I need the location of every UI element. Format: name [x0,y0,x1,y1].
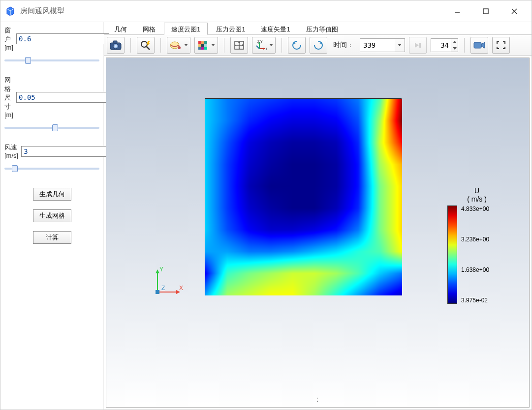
compute-button[interactable]: 计算 [33,231,71,244]
camera-icon [109,40,122,51]
legend-tick-2: 3.236e+00 [461,236,489,243]
generate-mesh-button[interactable]: 生成网格 [33,209,71,222]
color-legend: U ( m/s ) 4.833e+00 3.236e+00 1.638e+00 … [447,205,511,304]
svg-rect-9 [113,41,117,43]
svg-text:X: X [266,47,267,51]
tab-mesh[interactable]: 网格 [135,23,163,35]
app-icon [4,5,16,17]
time-label: 时间： [331,41,356,50]
play-last-icon [413,41,423,50]
param-wind-label: 风速[m/s] [4,143,18,159]
legend-ticks: 4.833e+00 3.236e+00 1.638e+00 3.975e-02 [461,205,489,304]
colormap-icon [197,40,209,51]
svg-point-11 [115,45,117,47]
tab-pressure-cloud[interactable]: 压力云图1 [209,23,252,35]
sidebar: 窗户[m] 网格尺寸[m] 风速[m/s] 生成几何 [0,22,104,410]
svg-rect-53 [156,290,159,294]
viewport-container: Y X Z U ( m/s ) [104,56,532,410]
maximize-button[interactable] [478,4,493,19]
svg-line-13 [147,47,150,50]
svg-text:Y: Y [260,40,263,43]
window-controls [450,4,528,19]
legend-colorbar [447,205,457,304]
param-window-input[interactable] [16,33,109,44]
tab-pressure-iso[interactable]: 压力等值图 [299,23,345,35]
tab-geometry[interactable]: 几何 [107,23,134,35]
frame-up-button[interactable] [451,39,458,45]
main-area: 几何 网格 速度云图1 压力云图1 速度矢量1 压力等值图 [104,22,532,410]
param-mesh-row: 网格尺寸[m] [4,76,99,118]
param-mesh-label: 网格尺寸[m] [4,76,13,118]
minimize-button[interactable] [450,4,465,19]
svg-rect-23 [198,47,201,50]
svg-marker-34 [263,48,265,50]
frame-spinbox[interactable] [431,38,458,52]
svg-marker-50 [156,269,159,273]
param-mesh-slider[interactable] [4,123,99,132]
param-wind-slider[interactable] [4,164,99,173]
axis-y-label: Y [159,266,163,273]
velocity-field-plot [205,98,402,295]
svg-rect-20 [198,44,201,47]
play-last-button[interactable] [409,37,427,54]
axis-z-label: Z [161,285,165,292]
svg-marker-14 [147,41,150,47]
frame-input[interactable] [431,39,451,52]
viewer-toolbar: X Z Y [104,35,532,56]
tab-velocity-cloud[interactable]: 速度云图1 [164,23,208,35]
legend-tick-3: 1.638e+00 [461,266,489,273]
time-input[interactable] [360,39,395,52]
clip-button[interactable] [167,37,190,54]
legend-tick-min: 3.975e-02 [461,297,489,304]
video-camera-button[interactable] [470,37,488,54]
svg-marker-45 [415,43,419,48]
axis-x-label: X [179,285,183,292]
axes-view-button[interactable]: X Z Y [252,37,276,54]
chevron-down-icon [184,44,188,46]
param-wind-input[interactable] [21,146,114,157]
fullscreen-button[interactable] [492,37,510,54]
svg-rect-17 [198,41,201,44]
fit-view-icon [233,40,245,51]
viewport-caption: : [317,395,319,403]
orientation-triad: Y X Z [151,264,185,299]
svg-rect-22 [204,44,207,47]
svg-text:Z: Z [257,40,260,43]
param-wind-row: 风速[m/s] [4,143,99,159]
generate-geometry-button[interactable]: 生成几何 [33,188,71,201]
legend-title: U ( m/s ) [442,187,511,204]
legend-tick-max: 4.833e+00 [461,205,489,212]
frame-down-button[interactable] [451,45,458,52]
axes-xyz-icon: X Z Y [254,40,267,51]
svg-rect-47 [474,42,481,48]
chevron-down-icon [269,44,273,46]
chevron-down-icon[interactable] [398,44,402,46]
svg-rect-24 [201,47,204,50]
svg-rect-25 [204,47,207,50]
rotate-ccw-button[interactable] [288,37,306,54]
fullscreen-icon [496,40,506,50]
close-button[interactable] [507,4,522,19]
svg-rect-46 [419,43,421,48]
param-window-row: 窗户[m] [4,26,99,51]
app-window: 房间通风模型 窗户[m] 网格尺寸[m] [0,0,532,410]
colormap-button[interactable] [194,37,218,54]
rotate-cw-icon [313,40,324,51]
screenshot-button[interactable] [107,37,125,54]
svg-point-12 [141,41,147,47]
tab-velocity-vector[interactable]: 速度矢量1 [253,23,297,35]
param-window-slider[interactable] [4,56,99,65]
video-camera-icon [473,40,486,50]
rotate-cw-button[interactable] [310,37,327,54]
svg-marker-48 [481,42,485,48]
chevron-down-icon [211,44,215,46]
param-mesh-input[interactable] [16,92,109,103]
zoom-bolt-button[interactable] [137,37,155,54]
title-bar: 房间通风模型 [0,0,532,22]
rotate-ccw-icon [291,40,303,51]
svg-point-16 [178,46,181,49]
clip-icon [169,40,182,51]
render-viewport[interactable]: Y X Z U ( m/s ) [106,58,530,408]
param-window-label: 窗户[m] [4,26,13,51]
fit-view-button[interactable] [230,37,248,54]
